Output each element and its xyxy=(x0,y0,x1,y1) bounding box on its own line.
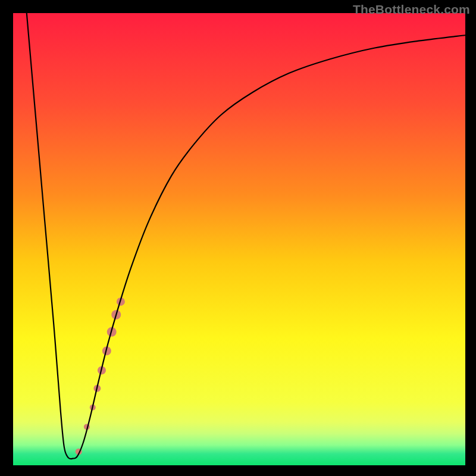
plot-area xyxy=(13,13,465,465)
gradient-background xyxy=(13,13,465,465)
watermark-text: TheBottleneck.com xyxy=(353,2,470,17)
chart-svg xyxy=(13,13,465,465)
chart-frame: TheBottleneck.com xyxy=(0,0,476,476)
